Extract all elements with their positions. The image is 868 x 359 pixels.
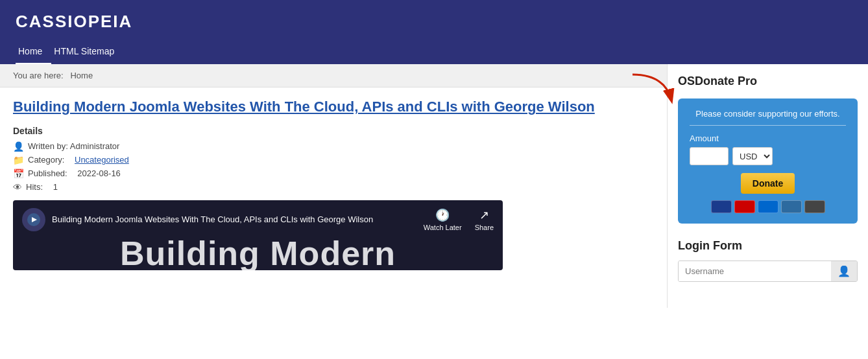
hits-label: Hits:	[26, 182, 43, 192]
nav-item-sitemap[interactable]: HTML Sitemap	[51, 41, 123, 64]
video-title-text: Building Modern Joomla Websites With The…	[52, 214, 417, 224]
breadcrumb: You are here: Home	[0, 64, 667, 87]
author-text: Written by: Administrator	[28, 141, 119, 151]
page-wrapper: You are here: Home Building Modern Jooml…	[0, 64, 868, 308]
donate-cards	[690, 200, 846, 213]
username-row: 👤	[678, 261, 858, 282]
username-input[interactable]	[679, 261, 831, 281]
mastercard-icon	[734, 200, 755, 213]
watch-later-button[interactable]: 🕐 Watch Later	[424, 208, 462, 231]
article-details-heading: Details	[13, 126, 654, 136]
main-content: You are here: Home Building Modern Jooml…	[0, 64, 667, 281]
login-form-title: Login Form	[678, 239, 858, 253]
meta-hits: 👁 Hits: 1	[13, 182, 654, 192]
visa-card-icon	[711, 200, 732, 213]
eye-icon: 👁	[13, 182, 22, 192]
main-nav: Home HTML Sitemap	[16, 41, 852, 64]
joomla-icon	[27, 213, 41, 227]
donate-amount-input[interactable]	[690, 147, 729, 165]
watch-later-icon: 🕐	[435, 208, 450, 222]
meta-published: 📅 Published: 2022-08-16	[13, 168, 654, 179]
article-area: Building Modern Joomla Websites With The…	[0, 87, 667, 281]
share-button[interactable]: ↗ Share	[475, 208, 494, 231]
category-link[interactable]: Uncategorised	[75, 155, 129, 165]
nav-item-home[interactable]: Home	[16, 41, 51, 64]
share-icon: ↗	[479, 208, 489, 222]
watch-later-label: Watch Later	[424, 224, 462, 231]
donate-module-title: OSDonate Pro	[678, 75, 757, 88]
author-icon: 👤	[13, 141, 24, 152]
breadcrumb-home[interactable]: Home	[70, 71, 93, 80]
user-icon: 👤	[831, 261, 857, 281]
article-meta: 👤 Written by: Administrator 📁 Category: …	[13, 141, 654, 192]
sidebar-header-area: OSDonate Pro	[678, 75, 858, 96]
share-label: Share	[475, 224, 494, 231]
donate-currency-select[interactable]: USD EUR GBP	[732, 147, 773, 165]
donate-box: Please consider supporting our efforts. …	[678, 98, 858, 224]
discover-card-icon	[781, 200, 802, 213]
category-label: Category:	[28, 155, 64, 165]
video-thumbnail[interactable]: Building Modern Joomla Websites With The…	[13, 200, 503, 270]
support-text: Please consider supporting our efforts.	[690, 109, 846, 126]
video-big-text: Building Modern	[13, 237, 503, 270]
login-form-module: Login Form 👤	[678, 239, 858, 282]
article-title[interactable]: Building Modern Joomla Websites With The…	[13, 98, 654, 117]
site-header: CASSIOPEIA Home HTML Sitemap	[0, 0, 868, 64]
amex-card-icon	[758, 200, 778, 213]
sidebar: OSDonate Pro Please consider supporting …	[667, 64, 868, 308]
meta-author: 👤 Written by: Administrator	[13, 141, 654, 152]
card-icon-5	[804, 200, 825, 213]
site-title: CASSIOPEIA	[16, 12, 852, 32]
video-logo	[22, 208, 45, 231]
donate-amount-row: USD EUR GBP	[690, 147, 846, 165]
donate-module: OSDonate Pro Please consider supporting …	[678, 75, 858, 224]
category-icon: 📁	[13, 155, 24, 165]
calendar-icon: 📅	[13, 168, 24, 179]
red-arrow	[626, 68, 678, 107]
donate-button[interactable]: Donate	[741, 173, 795, 194]
published-label: Published:	[28, 168, 67, 178]
amount-label: Amount	[690, 133, 846, 143]
video-actions: 🕐 Watch Later ↗ Share	[424, 208, 494, 231]
published-date: 2022-08-16	[77, 168, 121, 178]
meta-category: 📁 Category: Uncategorised	[13, 155, 654, 165]
breadcrumb-prefix: You are here:	[13, 71, 64, 80]
video-top-bar: Building Modern Joomla Websites With The…	[13, 200, 503, 239]
hits-count: 1	[53, 182, 58, 192]
